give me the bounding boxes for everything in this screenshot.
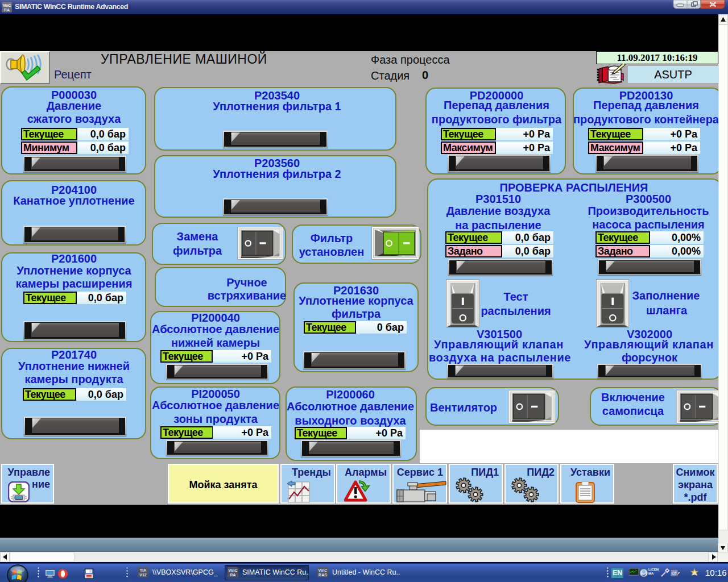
svg-text:Cfl: Cfl <box>672 571 677 575</box>
svg-text:RA: RA <box>4 7 10 13</box>
svg-text:VinC: VinC <box>3 3 11 7</box>
